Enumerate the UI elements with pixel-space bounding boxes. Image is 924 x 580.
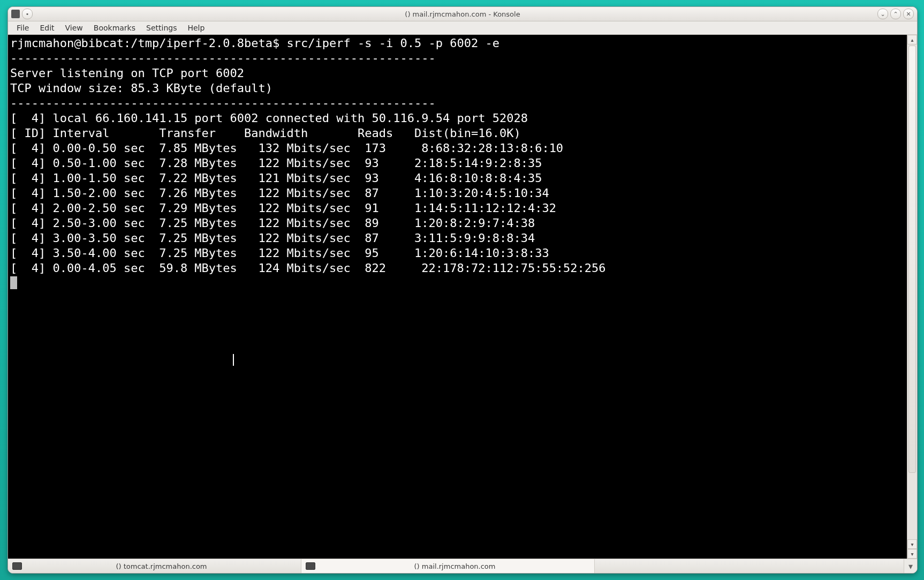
table-row: [ 4] 0.00-0.50 sec 7.85 MBytes 132 Mbits… (10, 141, 563, 155)
arrow-up-icon: ▴ (911, 37, 913, 43)
separator-line: ----------------------------------------… (10, 51, 436, 65)
titlebar[interactable]: • () mail.rjmcmahon.com - Konsole ⌄ ⌃ ✕ (8, 7, 917, 21)
mouse-text-caret (233, 354, 234, 366)
menu-view[interactable]: View (60, 22, 88, 33)
table-row: [ 4] 0.50-1.00 sec 7.28 MBytes 122 Mbits… (10, 156, 542, 170)
menu-settings[interactable]: Settings (141, 22, 182, 33)
separator-line: ----------------------------------------… (10, 96, 436, 110)
cursor (10, 276, 17, 289)
tabbar-spacer (595, 559, 904, 573)
table-header: [ ID] Interval Transfer Bandwidth Reads … (10, 126, 521, 140)
tab-label: () mail.rjmcmahon.com (320, 562, 590, 570)
titlebar-left-controls: • (8, 9, 33, 19)
command: src/iperf -s -i 0.5 -p 6002 -e (287, 36, 499, 50)
tabbar: () tomcat.rjmcmahon.com () mail.rjmcmaho… (8, 559, 917, 573)
connection-line: [ 4] local 66.160.141.15 port 6002 conne… (10, 111, 528, 125)
close-icon: ✕ (906, 11, 911, 18)
server-listening-line: Server listening on TCP port 6002 (10, 66, 244, 80)
scroll-down-button-2[interactable]: ▾ (907, 549, 917, 559)
minimize-icon: ⌄ (880, 11, 885, 18)
table-row: [ 4] 3.50-4.00 sec 7.25 MBytes 122 Mbits… (10, 246, 549, 260)
new-tab-button[interactable]: ▾ (904, 559, 917, 573)
table-row: [ 4] 0.00-4.05 sec 59.8 MBytes 124 Mbits… (10, 261, 606, 275)
menu-bookmarks[interactable]: Bookmarks (88, 22, 141, 33)
tab-mail[interactable]: () mail.rjmcmahon.com (301, 559, 595, 573)
scroll-up-button[interactable]: ▴ (907, 35, 917, 44)
scroll-down-button[interactable]: ▾ (907, 539, 917, 549)
prompt: rjmcmahon@bibcat:/tmp/iperf-2.0.8beta$ (10, 36, 287, 50)
desktop: • () mail.rjmcmahon.com - Konsole ⌄ ⌃ ✕ … (0, 0, 924, 580)
close-button[interactable]: ✕ (903, 9, 914, 19)
table-row: [ 4] 3.00-3.50 sec 7.25 MBytes 122 Mbits… (10, 231, 535, 245)
shade-button[interactable]: • (22, 9, 33, 19)
terminal-icon (306, 562, 315, 570)
table-row: [ 4] 2.00-2.50 sec 7.29 MBytes 122 Mbits… (10, 201, 556, 215)
terminal[interactable]: rjmcmahon@bibcat:/tmp/iperf-2.0.8beta$ s… (8, 35, 907, 559)
minimize-button[interactable]: ⌄ (877, 9, 888, 19)
menu-file[interactable]: File (11, 22, 34, 33)
scrollbar[interactable]: ▴ ▾ ▾ (907, 35, 917, 559)
table-row: [ 4] 1.50-2.00 sec 7.26 MBytes 122 Mbits… (10, 186, 549, 200)
arrow-down-icon: ▾ (911, 541, 913, 547)
tab-label: () tomcat.rjmcmahon.com (26, 562, 297, 570)
shade-icon: • (26, 11, 29, 18)
maximize-icon: ⌃ (893, 11, 898, 18)
app-menu-icon[interactable] (11, 10, 20, 18)
menu-help[interactable]: Help (182, 22, 210, 33)
arrow-down-icon: ▾ (911, 551, 913, 557)
konsole-window: • () mail.rjmcmahon.com - Konsole ⌄ ⌃ ✕ … (7, 6, 918, 574)
terminal-wrapper: rjmcmahon@bibcat:/tmp/iperf-2.0.8beta$ s… (8, 35, 917, 559)
menubar: File Edit View Bookmarks Settings Help (8, 21, 917, 35)
tab-tomcat[interactable]: () tomcat.rjmcmahon.com (8, 559, 301, 573)
window-title: () mail.rjmcmahon.com - Konsole (405, 10, 520, 18)
maximize-button[interactable]: ⌃ (890, 9, 901, 19)
terminal-icon (12, 562, 22, 570)
titlebar-right-controls: ⌄ ⌃ ✕ (877, 9, 917, 19)
table-row: [ 4] 1.00-1.50 sec 7.22 MBytes 121 Mbits… (10, 171, 542, 185)
table-row: [ 4] 2.50-3.00 sec 7.25 MBytes 122 Mbits… (10, 216, 535, 230)
tcp-window-line: TCP window size: 85.3 KByte (default) (10, 81, 272, 95)
menu-edit[interactable]: Edit (34, 22, 59, 33)
scrollbar-thumb[interactable] (908, 46, 916, 473)
